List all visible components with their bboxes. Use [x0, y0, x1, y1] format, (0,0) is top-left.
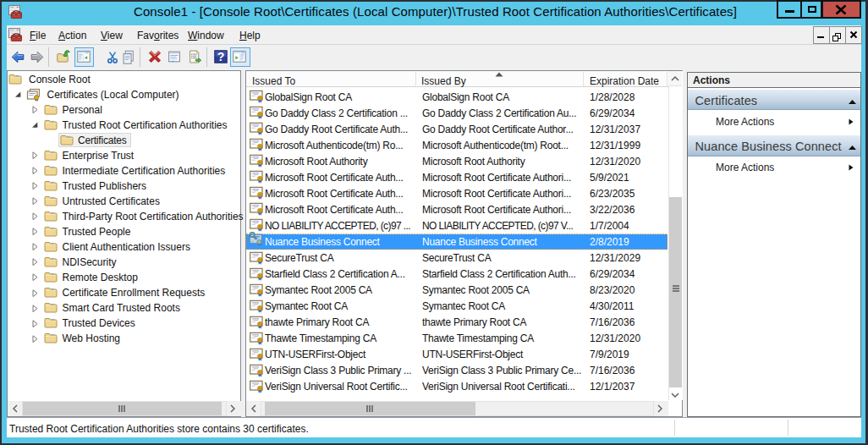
- svg-text:?: ?: [217, 50, 225, 63]
